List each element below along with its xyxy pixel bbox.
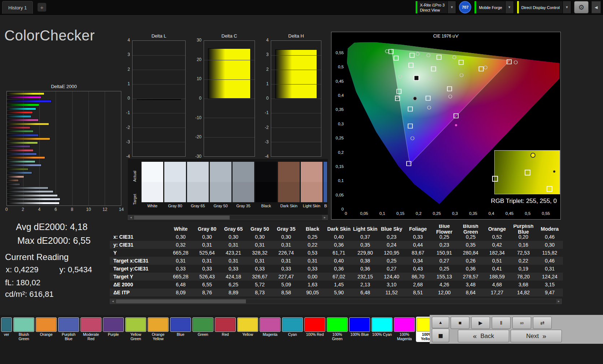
patch-tile[interactable]: Magenta [259,317,281,342]
table-scrollbar[interactable]: ◄ ► [110,299,562,304]
source-dropdown-button[interactable]: ▼ [505,1,513,13]
patch-tile-label: Purple [103,333,124,341]
current-x: x: 0,4229 [6,265,39,274]
patch-tile[interactable]: 100% Green [326,317,348,342]
y-tick-label: 20 [197,57,201,62]
source-label: Mobile Forge [476,1,505,13]
patch-tile[interactable]: Purplish Blue [58,317,79,342]
table-row: Target x:CIE310,310,310,310,310,310,310,… [110,257,563,265]
current-y: y: 0,5434 [60,265,92,274]
source-selector[interactable]: Mobile Forge ▼ [474,1,513,14]
patch-tile[interactable]: Green [192,317,214,342]
patch-tile-color [13,317,34,332]
infinity-button[interactable]: ∞ [512,317,531,329]
table-scroll-left-button[interactable]: ◄ [110,299,116,304]
play-button[interactable]: ▶ [471,317,490,329]
scroll-left-icon: ◄ [130,216,133,219]
table-cell: 0,37 [352,234,378,240]
cie-y-tick: 0,35 [332,107,344,112]
target-swatch [255,182,277,202]
x-tick-label: 8 [71,207,73,212]
table-cell: 11,52 [378,290,405,295]
swatch-label: White [142,204,163,208]
patch-tile[interactable]: Bluish Green [13,317,35,342]
table-cell: 0,30 [194,234,220,240]
up-arrow-icon: ▲ [438,320,443,325]
settings-button[interactable]: ⚙ [574,1,589,13]
actual-swatch [142,162,163,182]
panel-collapse-button[interactable]: ◀ [591,1,601,13]
column-header: Gray 80 [194,226,220,232]
gridline [133,142,185,142]
scroll-right-button[interactable]: ► [322,215,327,220]
cie-title: CIE 1976 u'v' [331,34,560,39]
history-tab[interactable]: History 1 [2,1,33,14]
table-cell: 78,20 [510,274,537,280]
patch-tile[interactable]: Purple [103,317,124,342]
table-row: Target Y665,28526,43424,18326,67227,470,… [110,273,563,281]
patch-tile[interactable]: Red [214,317,236,342]
patch-tile[interactable]: Moderate Red [80,317,102,342]
table-cell: 8,89 [220,290,247,295]
back-button[interactable]: « Back [458,330,509,342]
patch-tile-label: 100% Green [327,333,348,341]
patch-tile[interactable]: ver [1,317,12,342]
top-bar: History 1 + X-Rite i1Pro 3 Direct View ▼… [0,0,603,15]
deltae-bar [7,104,39,106]
table-cell: 8,51 [405,290,431,295]
delta-c-bar [208,48,251,99]
cie-x-tick: 0,55 [542,211,550,216]
patch-tile[interactable]: Yellow [237,317,259,342]
scroll-left-button[interactable]: ◄ [128,215,134,220]
table-cell: 326,67 [247,274,273,280]
patch-tile-color [58,317,79,332]
patch-tile[interactable]: Blue [170,317,191,342]
row-label: y: CIE31 [110,242,168,248]
swatch-label: Dark Skin [278,204,300,208]
table-scrollbar-thumb[interactable] [116,299,246,303]
table-cell: 0,46 [537,258,563,264]
row-label: Target Y [110,274,168,280]
table-cell: 0,31 [220,258,247,264]
patch-tile[interactable]: 100% Red [304,317,326,342]
patch-tile-label: Blue [170,333,191,341]
patch-tile[interactable]: Yellow Green [125,317,147,342]
next-button[interactable]: Next » [511,330,562,342]
patch-mode-button[interactable]: ◼ [432,329,449,342]
shuffle-button[interactable]: ⇄ [533,317,552,329]
column-header: Modera [537,226,563,232]
meter-dropdown-button[interactable]: ▼ [447,1,456,13]
stop-button[interactable]: ■ [451,317,469,329]
workflow-selector[interactable]: Direct Display Control ▼ [517,1,571,14]
table-cell: 0,20 [510,234,537,240]
patch-tile-label: Green [192,333,213,341]
gridline [271,113,321,113]
swatch-scrollbar-thumb[interactable] [134,216,230,220]
swatch-scrollbar[interactable]: ◄ ► [128,215,328,220]
patch-tile-color [237,317,258,332]
row-label: ΔE 2000 [110,282,168,287]
patch-swatch: Light Skin [301,162,322,208]
table-cell: 5,09 [273,282,299,287]
table-cell: 0,19 [510,266,537,272]
y-tick-label: 1 [266,81,269,86]
measurement-count-badge[interactable]: 707 [459,1,471,13]
current-cdm2: cd/m²: 616,81 [5,290,54,299]
meter-selector[interactable]: X-Rite i1Pro 3 Direct View ▼ [415,1,456,14]
patch-tile[interactable]: 100% Magenta [394,317,415,342]
patch-tile[interactable]: 100% Blue [349,317,370,342]
pause-button[interactable]: Ⅱ [492,317,511,329]
add-tab-button[interactable]: + [38,3,46,12]
table-scroll-right-button[interactable]: ► [556,299,561,304]
gridline [204,137,255,138]
expand-up-button[interactable]: ▲ [432,317,449,328]
patch-tile[interactable]: 100% Cyan [371,317,393,342]
patch-tile[interactable]: Orange Yellow [147,317,169,342]
patch-tile[interactable]: Orange [35,317,57,342]
deltae-bar [7,160,35,163]
accent-dot [455,124,457,126]
workflow-dropdown-button[interactable]: ▼ [563,1,571,13]
table-cell: 6,48 [168,282,194,287]
patch-tile[interactable]: Cyan [282,317,303,342]
chevron-down-icon: ▼ [508,5,511,9]
